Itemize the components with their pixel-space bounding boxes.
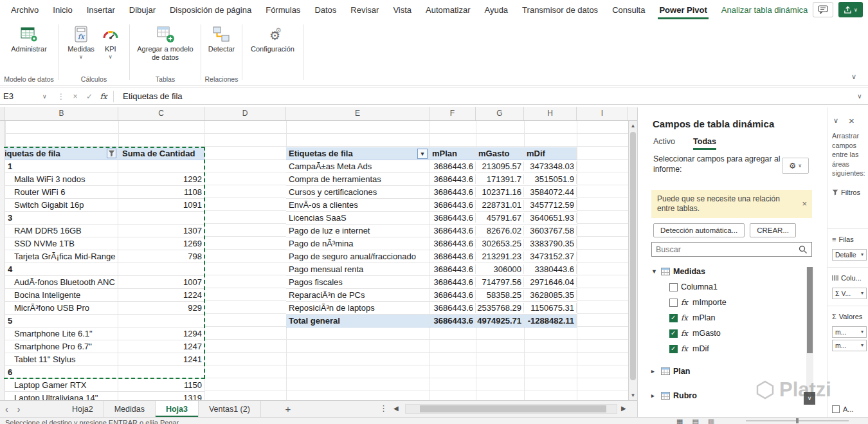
column-header-e[interactable]: E (286, 107, 429, 120)
ribbon-tab[interactable]: Disposición de página (163, 0, 258, 19)
expand-table-icon[interactable]: ▸ (651, 392, 658, 399)
ribbon-tab[interactable]: Power Pivot (652, 0, 714, 19)
scrollbar-thumb[interactable] (807, 267, 813, 353)
pivot-row[interactable]: Smartphone Pro 6.7" 1247 (5, 340, 204, 353)
mplan-cell[interactable]: 3686443.6 (429, 264, 476, 274)
prev-sheet-icon[interactable]: ‹ (5, 404, 8, 414)
mgasto-cell[interactable]: 45791.67 (476, 213, 524, 223)
mplan-cell[interactable]: 3686443.6 (429, 303, 476, 313)
row-label-cell[interactable]: EnvÃ-os a clientes (286, 199, 429, 211)
normal-view-icon[interactable]: ▦ (676, 418, 683, 424)
quantity-cell[interactable]: 1319 (118, 393, 204, 400)
total-mgasto-cell[interactable]: 4974925.71 (476, 316, 524, 326)
mgasto-cell[interactable]: 171391.7 (476, 174, 524, 184)
row-label-cell[interactable]: Tablet 11" Stylus (5, 353, 118, 365)
administrar-button[interactable]: Administrar (8, 23, 50, 55)
page-break-view-icon[interactable]: ▥ (708, 418, 714, 424)
name-box[interactable]: E3 (0, 91, 42, 101)
name-box-chevron-icon[interactable]: ∨ (42, 93, 54, 100)
mdif-cell[interactable]: 2971646.04 (524, 277, 577, 287)
mdif-cell[interactable]: 3457712.59 (524, 200, 577, 210)
field-item[interactable]: fx mGasto (651, 326, 802, 341)
sheet-grid[interactable]: Etiquetas de fila Suma de Cantidad 1 Ma (0, 121, 628, 400)
field-list-scrollbar[interactable] (806, 267, 813, 403)
ribbon-tab[interactable]: Insertar (80, 0, 122, 19)
mplan-cell[interactable]: 3686443.6 (429, 200, 476, 210)
mgasto-cell[interactable]: 213291.23 (476, 252, 524, 261)
mdif-header[interactable]: mDif (524, 149, 577, 158)
row-label-cell[interactable]: MicrÃ³fono USB Pro (5, 302, 118, 314)
mdif-cell[interactable]: 3603767.58 (524, 226, 577, 235)
row-label-cell[interactable]: Smartphone Pro 6.7" (5, 340, 118, 353)
ribbon-tab[interactable]: Consulta (605, 0, 652, 19)
pivot-row[interactable]: ReparaciÃ³n de PCs 3686443.6 58358.25 36… (286, 289, 577, 302)
scroll-up-icon[interactable]: ▲ (629, 121, 637, 131)
columns-area[interactable]: Σ V...▾ (832, 283, 866, 303)
column-header-d[interactable]: D (204, 107, 286, 120)
quantity-cell[interactable]: 1150 (118, 380, 204, 390)
mplan-cell[interactable]: 3686443.6 (429, 277, 476, 287)
mplan-cell[interactable]: 3686443.6 (429, 174, 476, 184)
values-area[interactable]: m...▾ m...▾ (832, 322, 866, 355)
field-checkbox[interactable] (669, 329, 678, 338)
row-label-cell[interactable]: 6 (5, 366, 118, 378)
pivot-row[interactable]: Tablet 11" Stylus 1241 (5, 353, 204, 366)
mgasto-cell[interactable]: 82676.02 (476, 226, 524, 235)
column-header-c[interactable]: C (118, 107, 204, 120)
pivot-row[interactable]: 6 (5, 366, 204, 379)
kpi-button[interactable]: KPI ∨ (98, 23, 123, 62)
pivot-row[interactable]: Router WiFi 6 1108 (5, 186, 204, 199)
row-labels-header-cell[interactable]: Etiquetas de fila ▾ (286, 147, 429, 160)
formula-content[interactable]: Etiquetas de fila (116, 91, 851, 101)
zoom-slider[interactable] (746, 420, 849, 421)
quantity-cell[interactable]: 1307 (118, 226, 204, 235)
tab-activo[interactable]: Activo (653, 137, 675, 150)
quantity-cell[interactable]: 1292 (118, 174, 204, 184)
sheet-tab[interactable]: Ventas1 (2) (199, 401, 261, 417)
total-mplan-cell[interactable]: 3686443.6 (429, 316, 476, 326)
row-label-cell[interactable]: Pago de luz e internet (286, 225, 429, 237)
auto-detect-button[interactable]: Detección automática... (653, 223, 745, 237)
row-label-cell[interactable]: Licencias SaaS (286, 212, 429, 224)
pivot-row[interactable]: 3 (5, 212, 204, 225)
quantity-cell[interactable]: 1269 (118, 239, 204, 248)
pivot-row[interactable]: AudÃ-fonos Bluetooth ANC 1007 (5, 276, 204, 289)
mgasto-cell[interactable]: 228731.01 (476, 200, 524, 210)
zoom-slider-thumb[interactable] (796, 418, 799, 423)
field-item[interactable]: fx mDif (651, 341, 802, 356)
field-chip-detalle[interactable]: Detalle▾ (832, 249, 867, 261)
row-label-cell[interactable]: Malla WiFi 3 nodos (5, 173, 118, 185)
formula-bar-grip-icon[interactable]: ⋮ (54, 92, 68, 101)
pivot-row[interactable]: 4 (5, 263, 204, 276)
row-label-cell[interactable]: CampaÃ±as Meta Ads (286, 160, 429, 172)
pivot-row[interactable]: Malla WiFi 3 nodos 1292 (5, 173, 204, 186)
row-label-cell[interactable]: 5 (5, 315, 118, 327)
column-header-f[interactable]: F (429, 107, 476, 120)
pivot-row[interactable]: Pago de seguro anual/fraccionado 3686443… (286, 250, 577, 263)
mdif-cell[interactable]: 3515051.9 (524, 174, 577, 184)
mdif-cell[interactable]: 3628085.35 (524, 290, 577, 300)
sheet-tab[interactable]: Hoja2 (62, 401, 104, 417)
row-label-cell[interactable]: Bocina Inteligente (5, 289, 118, 301)
pivot-row[interactable]: Switch Gigabit 16p 1091 (5, 199, 204, 212)
row-label-cell[interactable]: Smartphone Lite 6.1" (5, 327, 118, 340)
row-label-cell[interactable]: Pago mensual renta (286, 263, 429, 275)
pivot-row[interactable]: Pago mensual renta 3686443.6 306000 3380… (286, 263, 577, 276)
expand-formula-bar-icon[interactable]: ∨ (851, 93, 868, 100)
quantity-cell[interactable]: 1007 (118, 277, 204, 287)
quantity-cell[interactable]: 1247 (118, 342, 204, 351)
quantity-cell[interactable]: 1108 (118, 187, 204, 197)
ribbon-tab[interactable]: Archivo (4, 0, 46, 19)
insert-function-icon[interactable]: fx (96, 92, 111, 101)
filter-icon[interactable] (107, 149, 116, 158)
configuracion-button[interactable]: ⚙ ⚙ Configuración (248, 23, 297, 55)
mplan-cell[interactable]: 3686443.6 (429, 226, 476, 235)
vertical-scrollbar-thumb[interactable] (630, 132, 636, 380)
enter-icon[interactable]: ✓ (82, 92, 96, 101)
column-header-g[interactable]: G (476, 107, 524, 120)
field-item[interactable]: fx mImporte (651, 295, 802, 310)
mgasto-cell[interactable]: 306000 (476, 264, 524, 274)
collapse-table-icon[interactable]: ▼ (651, 268, 658, 275)
sheet-tab[interactable]: Hoja3 (156, 401, 199, 417)
mdif-cell[interactable]: 3473348.03 (524, 161, 577, 171)
